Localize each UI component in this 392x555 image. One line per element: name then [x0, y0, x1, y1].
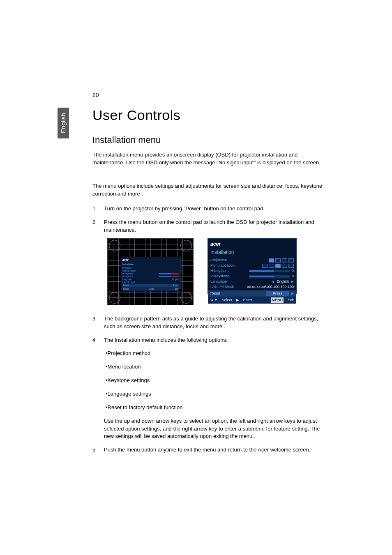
- slider-value: 0: [292, 268, 294, 274]
- osd-value: English: [173, 278, 179, 281]
- press-button: Press: [266, 291, 289, 296]
- osd-row-lan: LAN IP / Mask xx:xx:xx:xx/100.100.100.10…: [210, 284, 294, 290]
- step-number: 3: [92, 315, 95, 323]
- projection-mode-icon: [269, 258, 274, 263]
- step-2: 2 Press the menu button on the control p…: [92, 219, 323, 305]
- osd-panel-figure: acer Installation Projection Menu Locati…: [208, 238, 297, 294]
- step-4-paragraph: Use the up and down arrow keys to select…: [104, 417, 323, 441]
- step-5: 5 Push the menu button anytime to exit t…: [92, 446, 323, 454]
- menu-pos-icon: [288, 264, 294, 268]
- osd-label: Projection: [210, 258, 227, 263]
- osd-title: Installation: [210, 249, 294, 256]
- step-number: 4: [92, 336, 95, 344]
- step-3: 3 The background pattern acts as a guide…: [92, 315, 323, 331]
- footer-exit: Exit: [288, 297, 294, 303]
- menu-pill: MENU: [271, 297, 284, 303]
- corner-ring-icon: [109, 292, 120, 304]
- osd-value: Press: [173, 284, 178, 287]
- osd-row-v-keystone: V Keystone 0: [210, 274, 294, 279]
- section-heading: Installation menu: [92, 135, 323, 145]
- osd-label: LAN IP / Mask: [210, 284, 234, 290]
- intro-paragraph-2: The menu options include settings and ad…: [92, 182, 323, 198]
- intro-paragraph-1: The installation menu provides an onscre…: [92, 151, 323, 167]
- menu-pos-icon: [269, 264, 274, 268]
- projection-icons: [269, 258, 294, 263]
- menu-pos-icon: [262, 264, 267, 268]
- bullet-item: •Menu location: [106, 363, 323, 371]
- step-text: Turn on the projector by pressing "Power…: [104, 205, 265, 212]
- triangle-right-icon: ▶: [236, 297, 239, 303]
- osd-label: Menu Location: [210, 263, 235, 268]
- menu-pos-icon: [282, 264, 287, 268]
- osd-label: Reset: [210, 291, 220, 296]
- projection-mode-icon: [288, 258, 294, 263]
- page-number: 20: [92, 92, 99, 98]
- osd-row-h-keystone: H Keystone 0: [210, 268, 294, 274]
- figures-row: acer Installation Projection Menu Locati…: [107, 238, 323, 305]
- step-number: 5: [92, 446, 95, 454]
- osd-brand: acer: [122, 258, 179, 262]
- triangle-right-icon: ▶: [291, 279, 294, 284]
- step-text: Push the menu button anytime to exit the…: [104, 447, 310, 453]
- menu-pos-icon: [275, 264, 281, 268]
- triangle-left-icon: ◀: [272, 279, 274, 284]
- osd-footer: ▲▼ Select ▶ Enter MENU Exit: [208, 297, 296, 304]
- slider-icon: [159, 276, 179, 277]
- page-title: User Controls: [92, 107, 323, 123]
- osd-row-language: Language ◀ English ▶: [210, 279, 294, 284]
- slider-icon: [159, 273, 179, 274]
- bullet-item: •Projection method: [106, 350, 323, 357]
- lan-value: xx:xx:xx:xx/100.100.100.100: [247, 284, 294, 290]
- bullet-list: •Projection method •Menu location •Keyst…: [106, 350, 323, 411]
- osd-footer: Select Enter Exit: [122, 287, 179, 291]
- mini-osd-panel: acer Installation Projection Menu Locati…: [121, 257, 181, 289]
- language-tab: English: [58, 108, 69, 138]
- step-text: The Installation menu includes the follo…: [104, 337, 228, 343]
- page-content: User Controls Installation menu The inst…: [92, 107, 323, 460]
- slider-value: 0: [292, 274, 294, 279]
- step-number: 2: [92, 219, 95, 226]
- step-number: 1: [92, 205, 95, 213]
- osd-row-projection: Projection: [210, 258, 294, 263]
- menu-location-icons: [262, 264, 294, 268]
- slider-icon: [249, 270, 290, 272]
- footer-select: Select: [222, 297, 232, 303]
- osd-title: Installation: [122, 263, 179, 266]
- language-tab-label: English: [60, 113, 67, 133]
- footer-enter: Enter: [243, 297, 252, 303]
- step-text: The background pattern acts as a guide t…: [104, 315, 318, 329]
- osd-label: H Keystone: [210, 268, 230, 274]
- language-value: English: [277, 279, 289, 284]
- osd-label: V Keystone: [210, 274, 229, 279]
- steps-list: 1 Turn on the projector by pressing "Pow…: [92, 205, 323, 454]
- corner-ring-icon: [109, 240, 120, 251]
- step-text: Press the menu button on the control pad…: [104, 219, 314, 233]
- osd-label: Language: [210, 279, 227, 284]
- step-4: 4 The Installation menu includes the fol…: [92, 336, 323, 441]
- corner-ring-icon: [180, 292, 192, 304]
- step-1: 1 Turn on the projector by pressing "Pow…: [92, 205, 323, 213]
- footer-select: Select: [123, 288, 129, 290]
- slider-icon: [249, 275, 290, 278]
- updown-arrows-icon: ▲▼: [210, 297, 218, 303]
- footer-enter: Enter: [150, 288, 154, 290]
- calibration-grid-figure: acer Installation Projection Menu Locati…: [107, 238, 194, 305]
- osd-row-menu-location: Menu Location: [210, 263, 294, 268]
- triangle-right-icon: ▶: [291, 291, 294, 296]
- osd-brand: acer: [210, 240, 294, 248]
- footer-exit: Exit: [175, 288, 178, 290]
- osd-label: Reset: [123, 284, 129, 287]
- projection-mode-icon: [275, 258, 281, 263]
- osd-row-reset: Reset Press ▶: [208, 290, 296, 297]
- bullet-item: •Keystone settings: [106, 377, 323, 385]
- projection-mode-icon: [282, 258, 287, 263]
- bullet-item: •Reset to factory default function: [106, 404, 323, 412]
- corner-ring-icon: [180, 240, 192, 251]
- bullet-item: •Language settings: [106, 390, 323, 398]
